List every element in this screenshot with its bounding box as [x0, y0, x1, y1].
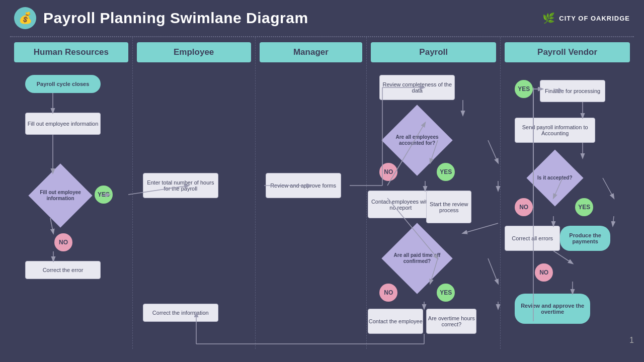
lane-header-payroll: Payroll	[371, 42, 496, 62]
payroll-yes1: YES	[437, 163, 455, 181]
payroll-overtime: Are overtime hours correct?	[426, 309, 476, 334]
lane-employee: Employee Enter total number of hours for…	[133, 37, 256, 349]
payroll-start: Start the review process	[426, 191, 471, 223]
mgr-review: Review and approve forms	[266, 173, 341, 198]
vendor-yes2: YES	[575, 198, 593, 216]
hr-fill1: Fill out employee information	[25, 113, 101, 135]
vendor-finalize: Finalize for processing	[540, 80, 605, 102]
swimlane-container: Human Resources Payroll cycle closes Fil…	[0, 37, 644, 349]
brand-name: CITY OF OAKRIDGE	[559, 15, 630, 22]
vendor-correct: Correct all errors	[505, 226, 560, 251]
brand: 🌿 CITY OF OAKRIDGE	[542, 12, 630, 24]
payroll-review: Review completeness of the data	[379, 75, 455, 100]
payroll-yes2: YES	[437, 284, 455, 302]
lane-manager: Manager Review and approve forms	[256, 37, 367, 349]
payroll-contact2: Contact the employee	[368, 309, 423, 334]
page-title: Payroll Planning Swimlane Diagram	[43, 10, 308, 27]
vendor-review-overtime: Review and approve the overtime	[515, 294, 590, 324]
emp-correct: Correct the information	[143, 304, 218, 322]
vendor-no: NO	[515, 198, 533, 216]
lane-payroll: Payroll Review completeness of the data …	[367, 37, 501, 349]
hr-correct: Correct the error	[25, 261, 101, 279]
lane-header-hr: Human Resources	[14, 42, 128, 62]
lane-hr: Human Resources Payroll cycle closes Fil…	[10, 37, 133, 349]
vendor-yes1: YES	[515, 80, 533, 98]
money-icon: 💰	[14, 7, 36, 29]
payroll-no1: NO	[379, 163, 397, 181]
lane-header-manager: Manager	[260, 42, 363, 62]
lane-header-employee: Employee	[137, 42, 251, 62]
vendor-diamond: Is it accepted?	[527, 149, 584, 206]
page-number: 1	[629, 336, 634, 345]
payroll-no2: NO	[379, 284, 397, 302]
lane-vendor: Payroll Vendor YES Finalize for processi…	[501, 37, 634, 349]
lane-header-vendor: Payroll Vendor	[505, 42, 630, 62]
emp-enter: Enter total number of hours for the payr…	[143, 173, 218, 198]
hr-diamond: Fill out employee information	[28, 163, 92, 227]
hr-start: Payroll cycle closes	[25, 75, 101, 93]
vendor-produce: Produce the payments	[560, 226, 610, 251]
payroll-contact1: Contact employees with no report	[368, 191, 433, 218]
header-left: 💰 Payroll Planning Swimlane Diagram	[14, 7, 308, 29]
header: 💰 Payroll Planning Swimlane Diagram 🌿 CI…	[0, 0, 644, 36]
hr-no: NO	[54, 233, 72, 251]
hr-yes: YES	[95, 186, 113, 204]
vendor-no2: NO	[535, 263, 553, 282]
brand-icon: 🌿	[542, 12, 555, 24]
payroll-diamond2: Are all paid time off confirmed?	[382, 223, 453, 294]
vendor-send: Send payroll information to Accounting	[515, 118, 595, 143]
